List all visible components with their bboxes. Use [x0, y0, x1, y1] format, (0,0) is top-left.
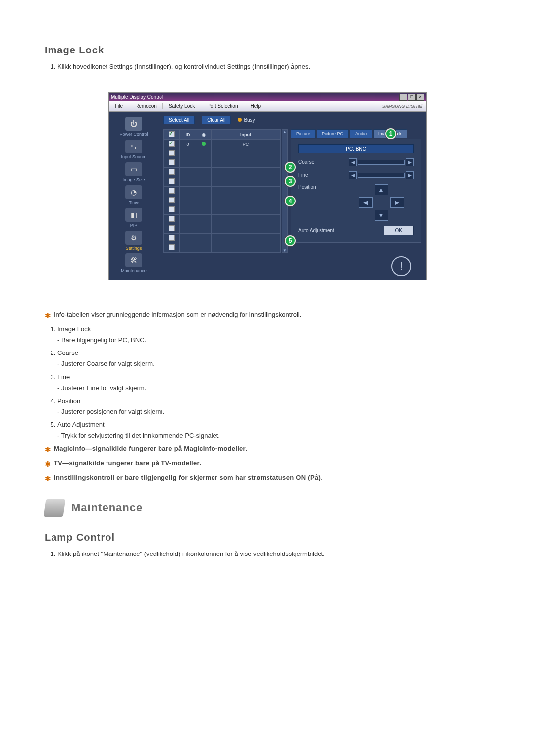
callout-4: 4 [285, 196, 296, 206]
col-input: Input [212, 130, 280, 139]
coarse-slider[interactable]: ◀▶ [349, 158, 414, 166]
settings-panel: Picture Picture PC Audio Image Lock PC, … [291, 129, 421, 253]
restore-button[interactable]: □ [408, 94, 416, 101]
col-check[interactable] [164, 130, 180, 139]
table-row[interactable]: 0 PC [164, 139, 280, 149]
status-footer: ! [159, 253, 426, 280]
sidebar-item-input-source[interactable]: ⇆Input Source [121, 140, 146, 159]
tab-picture[interactable]: Picture [291, 129, 316, 138]
callout-1: 1 [385, 128, 396, 139]
time-icon: ◔ [125, 185, 142, 199]
position-up[interactable]: ▲ [374, 184, 388, 195]
star-icon: ✱ [45, 458, 51, 470]
star-icon: ✱ [45, 444, 51, 455]
col-status: ◉ [196, 130, 212, 139]
sidebar-item-image-size[interactable]: ▭Image Size [122, 162, 145, 182]
note-item-3: Fine- Justerer Fine for valgt skjerm. [57, 372, 490, 393]
menu-port-selection[interactable]: Port Selection [201, 103, 244, 109]
note-item-2: Coarse- Justerer Coarse for valgt skjerm… [57, 348, 490, 369]
section-image-lock-title: Image Lock [45, 45, 490, 56]
sidebar-item-pip[interactable]: ◧PIP [125, 208, 142, 228]
position-pad: ▲ ◀▶ ▼ [359, 184, 404, 221]
position-label: Position [298, 184, 343, 190]
menubar: File Remocon Safety Lock Port Selection … [109, 101, 426, 112]
ok-button[interactable]: OK [384, 226, 414, 235]
app-window: Multiple Display Control _ □ × File Remo… [108, 92, 427, 280]
row-checkbox[interactable] [169, 141, 175, 147]
power-icon: ⏻ [125, 117, 142, 131]
tab-picture-pc[interactable]: Picture PC [317, 129, 349, 138]
minimize-button[interactable]: _ [399, 94, 407, 101]
status-dot [202, 142, 206, 146]
star-icon: ✱ [45, 473, 51, 484]
section1-step: Klikk hovedikonet Settings (Innstillinge… [57, 62, 490, 72]
position-down[interactable]: ▼ [374, 210, 388, 221]
clear-all-button[interactable]: Clear All [202, 116, 231, 124]
note-item-1: Image Lock- Bare tilgjengelig for PC, BN… [57, 324, 490, 345]
section3-step: Klikk på ikonet "Maintenance" (vedlikeho… [57, 549, 490, 559]
section-maintenance-heading: Maintenance [45, 499, 490, 517]
position-right[interactable]: ▶ [390, 197, 404, 208]
callout-5: 5 [285, 235, 296, 246]
note-magicinfo: MagicInfo—signalkilde fungerer bare på M… [54, 444, 247, 454]
sidebar-item-maintenance[interactable]: 🛠Maintenance [121, 253, 147, 273]
menu-safety-lock[interactable]: Safety Lock [163, 103, 201, 109]
menu-file[interactable]: File [109, 103, 129, 109]
col-id: ID [180, 130, 196, 139]
note-item-4: Position- Justerer posisjonen for valgt … [57, 396, 490, 417]
sidebar-item-settings[interactable]: ⚙Settings [125, 231, 142, 251]
note-info: Info-tabellen viser grunnleggende inform… [54, 310, 301, 320]
menu-help[interactable]: Help [244, 103, 267, 109]
fine-label: Fine [298, 172, 343, 178]
note-item-5: Auto Adjustment- Trykk for selvjustering… [57, 420, 490, 441]
note-power-on: Innstillingskontroll er bare tilgjengeli… [54, 473, 322, 483]
tab-audio[interactable]: Audio [350, 129, 372, 138]
mode-label: PC, BNC [298, 144, 414, 153]
scrollbar[interactable]: ▲▼ [282, 129, 288, 253]
input-icon: ⇆ [125, 140, 142, 153]
sidebar-item-time[interactable]: ◔Time [125, 185, 142, 205]
note-tv: TV—signalkilde fungerer bare på TV-model… [54, 458, 201, 468]
maintenance-icon: 🛠 [125, 253, 142, 267]
position-left[interactable]: ◀ [359, 197, 373, 208]
fine-slider[interactable]: ◀▶ [349, 171, 414, 179]
brand-label: SAMSUNG DIGITall [382, 104, 426, 109]
warning-icon: ! [391, 256, 411, 276]
select-all-button[interactable]: Select All [163, 116, 195, 124]
coarse-label: Coarse [298, 159, 343, 165]
image-size-icon: ▭ [125, 162, 142, 176]
close-button[interactable]: × [416, 94, 424, 101]
settings-icon: ⚙ [125, 231, 142, 245]
sidebar-item-power-control[interactable]: ⏻Power Control [119, 117, 148, 137]
callout-3: 3 [285, 176, 296, 187]
pip-icon: ◧ [125, 208, 142, 222]
callout-2: 2 [285, 162, 296, 173]
display-grid: ID ◉ Input 0 PC [163, 129, 281, 253]
section-lamp-control-title: Lamp Control [45, 532, 490, 543]
star-icon: ✱ [45, 310, 51, 321]
app-title: Multiple Display Control [111, 94, 163, 100]
auto-adjustment-label: Auto Adjustment [298, 228, 353, 233]
titlebar: Multiple Display Control _ □ × [109, 93, 426, 101]
busy-indicator: Busy [238, 117, 255, 123]
maintenance-section-icon [43, 499, 65, 517]
sidebar: ⏻Power Control ⇆Input Source ▭Image Size… [109, 112, 159, 280]
menu-remocon[interactable]: Remocon [129, 103, 163, 109]
notes-block: ✱Info-tabellen viser grunnleggende infor… [45, 310, 490, 484]
